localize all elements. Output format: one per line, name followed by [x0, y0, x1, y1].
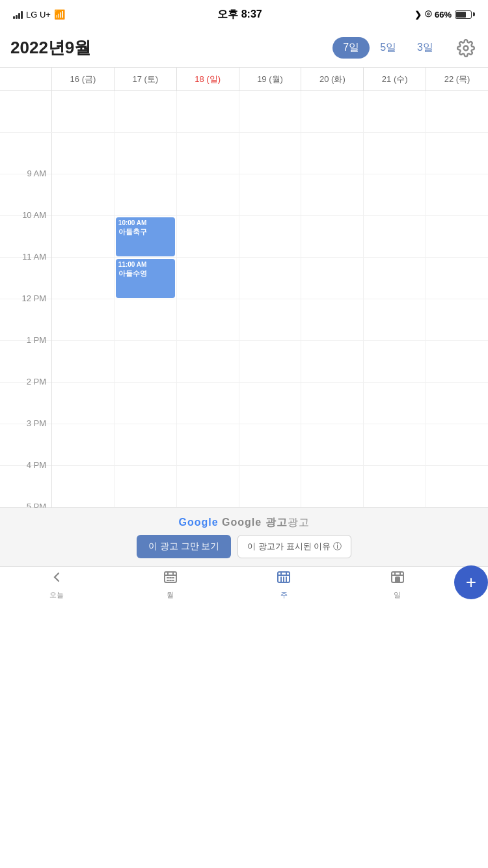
cell-11am-4[interactable] [301, 258, 364, 299]
cell-1pm-5[interactable] [364, 341, 426, 382]
cell-1pm-1[interactable] [115, 341, 177, 382]
signal-icon [13, 10, 23, 19]
cell-4pm-3[interactable] [239, 466, 302, 507]
add-event-button[interactable]: + [454, 565, 488, 599]
cell-11am-6[interactable] [426, 258, 488, 299]
cell-11am-0[interactable] [52, 258, 115, 299]
cell-11am-3[interactable] [239, 258, 302, 299]
ad-text: Google 광고 [222, 517, 288, 528]
cell-9am-0[interactable] [52, 174, 115, 215]
cell-4pm-4[interactable] [301, 466, 364, 507]
cell-10am-3[interactable] [239, 216, 302, 257]
pre-day-0-5[interactable] [364, 91, 426, 132]
cell-3pm-0[interactable] [52, 424, 115, 465]
pre-day-0-0[interactable] [52, 91, 115, 132]
cell-4pm-2[interactable] [177, 466, 239, 507]
event-soccer-title: 아들축구 [118, 227, 172, 236]
pre-day-0-1[interactable] [115, 91, 177, 132]
cell-2pm-3[interactable] [239, 383, 302, 424]
ad-stop-button[interactable]: 이 광고 그만 보기 [137, 535, 232, 558]
pre-day-0-4[interactable] [301, 91, 364, 132]
ad-banner: Google Google 광고광고 이 광고 그만 보기 이 광고가 표시된 … [0, 508, 488, 566]
pre-day-1-4[interactable] [301, 133, 364, 174]
cell-9am-5[interactable] [364, 174, 426, 215]
status-time: 오후 8:37 [217, 8, 262, 21]
cell-1pm-4[interactable] [301, 341, 364, 382]
day-header-5: 21 (수) [364, 68, 426, 90]
cell-12pm-2[interactable] [177, 299, 239, 340]
cell-10am-5[interactable] [364, 216, 426, 257]
day-header-row: 16 (금) 17 (토) 18 (일) 19 (월) 20 (화) 21 (수… [0, 68, 488, 91]
cell-1pm-3[interactable] [239, 341, 302, 382]
today-icon [49, 569, 64, 589]
nav-week[interactable]: 주 [227, 569, 341, 600]
cell-10am-2[interactable] [177, 216, 239, 257]
pre-day-1-6[interactable] [426, 133, 488, 174]
cell-2pm-2[interactable] [177, 383, 239, 424]
cell-1pm-6[interactable] [426, 341, 488, 382]
nav-week-label: 주 [280, 590, 288, 600]
calendar-scroll[interactable]: 9 AM 10 AM 10:00 AM 아들축구 [0, 91, 488, 508]
week-icon [276, 569, 291, 589]
cell-11am-1[interactable]: 11:00 AM 아들수영 [115, 258, 177, 299]
nav-month[interactable]: 월 [114, 569, 228, 600]
cell-12pm-1[interactable] [115, 299, 177, 340]
pre-day-1-5[interactable] [364, 133, 426, 174]
cell-3pm-2[interactable] [177, 424, 239, 465]
cell-2pm-4[interactable] [301, 383, 364, 424]
cell-9am-4[interactable] [301, 174, 364, 215]
cell-12pm-3[interactable] [239, 299, 302, 340]
cell-9am-2[interactable] [177, 174, 239, 215]
event-soccer[interactable]: 10:00 AM 아들축구 [116, 217, 175, 256]
cell-3pm-4[interactable] [301, 424, 364, 465]
settings-button[interactable] [454, 36, 478, 60]
view-5day-button[interactable]: 5일 [370, 37, 407, 59]
cell-10am-0[interactable] [52, 216, 115, 257]
cell-10am-4[interactable] [301, 216, 364, 257]
cell-12pm-6[interactable] [426, 299, 488, 340]
cell-2pm-1[interactable] [115, 383, 177, 424]
cell-9am-6[interactable] [426, 174, 488, 215]
cell-11am-5[interactable] [364, 258, 426, 299]
nav-day-label: 일 [394, 590, 401, 600]
cell-1pm-0[interactable] [52, 341, 115, 382]
cell-3pm-6[interactable] [426, 424, 488, 465]
pre-day-0-6[interactable] [426, 91, 488, 132]
cell-2pm-0[interactable] [52, 383, 115, 424]
day-header-0: 16 (금) [52, 68, 115, 90]
cell-4pm-6[interactable] [426, 466, 488, 507]
cell-12pm-0[interactable] [52, 299, 115, 340]
cell-3pm-3[interactable] [239, 424, 302, 465]
cell-2pm-6[interactable] [426, 383, 488, 424]
nav-today[interactable]: 오늘 [0, 569, 114, 600]
view-7day-button[interactable]: 7일 [332, 37, 370, 59]
cell-11am-2[interactable] [177, 258, 239, 299]
cell-3pm-1[interactable] [115, 424, 177, 465]
pre-day-1-3[interactable] [239, 133, 302, 174]
location-icon: ❯ [414, 10, 422, 20]
cell-9am-3[interactable] [239, 174, 302, 215]
battery-icon [455, 10, 475, 19]
pre-day-0-3[interactable] [239, 91, 302, 132]
cell-4pm-0[interactable] [52, 466, 115, 507]
cell-10am-1[interactable]: 10:00 AM 아들축구 [115, 216, 177, 257]
pre-day-1-1[interactable] [115, 133, 177, 174]
time-label-5pm: 5 PM [0, 502, 52, 508]
event-swim[interactable]: 11:00 AM 아들수영 [116, 259, 175, 298]
cell-4pm-1[interactable] [115, 466, 177, 507]
cell-3pm-5[interactable] [364, 424, 426, 465]
pre-day-1-2[interactable] [177, 133, 239, 174]
cell-10am-6[interactable] [426, 216, 488, 257]
cell-4pm-5[interactable] [364, 466, 426, 507]
cell-12pm-4[interactable] [301, 299, 364, 340]
pre-day-0-2[interactable] [177, 91, 239, 132]
ad-reason-button[interactable]: 이 광고가 표시된 이유 ⓘ [237, 535, 351, 558]
cell-12pm-5[interactable] [364, 299, 426, 340]
cell-9am-1[interactable] [115, 174, 177, 215]
view-3day-button[interactable]: 3일 [407, 37, 444, 59]
nav-day[interactable]: 일 [341, 569, 455, 600]
cell-2pm-5[interactable] [364, 383, 426, 424]
cell-1pm-2[interactable] [177, 341, 239, 382]
pre-day-1-0[interactable] [52, 133, 115, 174]
pre-time-0 [0, 91, 52, 132]
